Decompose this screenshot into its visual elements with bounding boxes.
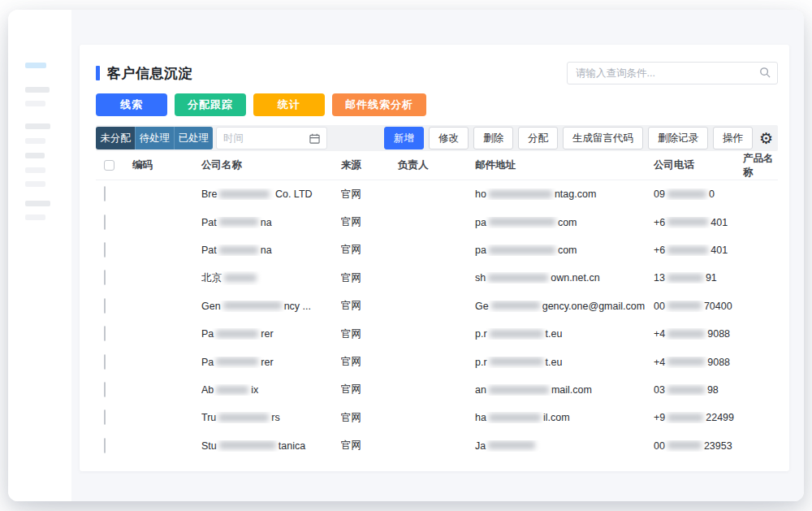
sidebar-skeleton-bar	[25, 101, 45, 106]
column-header-公司电话: 公司电话	[654, 158, 743, 172]
column-header-产品名称: 产品名称	[743, 152, 778, 180]
redacted-text	[216, 357, 258, 366]
redacted-text	[488, 441, 535, 449]
table-row[interactable]: Parer官网p.rt.eu+49088	[96, 320, 778, 348]
redacted-text	[667, 441, 702, 449]
tab-已处理[interactable]: 已处理	[174, 127, 213, 149]
row-checkbox[interactable]	[104, 438, 106, 453]
email-cell: anmail.com	[475, 384, 654, 396]
company-name-cell: Abix	[201, 384, 341, 396]
company-name-cell: 北京	[201, 271, 341, 285]
checkbox-cell	[104, 383, 132, 397]
toolbar-button-操作[interactable]: 操作	[713, 127, 753, 149]
redacted-text	[667, 218, 708, 226]
row-checkbox[interactable]	[104, 186, 106, 201]
sidebar-skeleton-bar	[25, 123, 50, 129]
select-all-checkbox[interactable]	[104, 160, 114, 171]
phone-cell: +6401	[654, 245, 743, 256]
table-row[interactable]: Patna官网pacom+6401	[96, 208, 778, 236]
redacted-text	[489, 414, 541, 422]
sidebar-skeleton-bar	[25, 153, 45, 158]
title-accent-bar	[96, 66, 100, 80]
redacted-text	[223, 301, 282, 310]
toolbar-button-修改[interactable]: 修改	[429, 127, 469, 149]
toolbar-button-删除[interactable]: 删除	[473, 127, 513, 149]
redacted-text	[488, 274, 548, 282]
checkbox-cell	[104, 187, 132, 201]
row-checkbox[interactable]	[104, 270, 106, 285]
row-checkbox[interactable]	[104, 409, 106, 425]
table-row[interactable]: Parer官网p.rt.eu+49088	[96, 348, 778, 375]
row-checkbox[interactable]	[104, 242, 106, 258]
redacted-text	[667, 190, 706, 198]
email-cell: pacom	[475, 217, 654, 228]
date-filter-input[interactable]: 时间	[216, 127, 327, 149]
table-row[interactable]: 北京官网shown.net.cn1391	[96, 264, 778, 292]
company-name-cell: Stutanica	[201, 440, 341, 452]
checkbox-cell	[104, 215, 132, 230]
table-row[interactable]: Trurs官网hail.com+922499	[96, 404, 778, 431]
column-header-负责人: 负责人	[398, 158, 475, 172]
toolbar-button-分配[interactable]: 分配	[518, 127, 558, 149]
phone-cell: 090	[654, 188, 743, 200]
redacted-text	[667, 330, 705, 338]
email-cell: p.rt.eu	[475, 357, 654, 368]
source-cell: 官网	[341, 299, 398, 313]
page-title-wrap: 客户信息沉淀	[96, 64, 192, 83]
table-row[interactable]: Abix官网anmail.com0398	[96, 376, 778, 404]
redacted-text	[489, 190, 552, 198]
redacted-text	[216, 330, 258, 338]
email-cell: Gegency.one@gmail.com	[475, 301, 654, 312]
source-cell: 官网	[341, 188, 398, 201]
source-cell: 官网	[341, 411, 398, 425]
tab-待处理[interactable]: 待处理	[135, 127, 174, 149]
email-cell: hail.com	[475, 412, 654, 423]
tab-未分配[interactable]: 未分配	[96, 127, 135, 149]
email-cell: hontag.com	[475, 188, 654, 200]
table-body: Bre Co. LTD官网hontag.com090Patna官网pacom+6…	[96, 180, 778, 460]
status-tabs: 未分配待处理已处理	[96, 127, 213, 149]
table-row[interactable]: Genncy ...官网Gegency.one@gmail.com0070400	[96, 292, 778, 320]
nav-button-分配跟踪[interactable]: 分配跟踪	[175, 93, 246, 116]
nav-button-线索[interactable]: 线索	[96, 93, 167, 116]
table-row[interactable]: Bre Co. LTD官网hontag.com090	[96, 180, 778, 208]
phone-cell: +49088	[654, 328, 743, 340]
checkbox-cell	[104, 355, 132, 370]
company-name-cell: Parer	[201, 357, 341, 368]
sidebar-skeleton-bar	[25, 201, 50, 206]
redacted-text	[219, 190, 270, 198]
search-input[interactable]	[567, 62, 778, 84]
table-row[interactable]: Stutanica官网Ja0023953	[96, 432, 778, 460]
source-cell: 官网	[341, 439, 398, 453]
row-checkbox[interactable]	[104, 326, 106, 341]
source-cell: 官网	[341, 355, 398, 369]
sidebar-skeleton-bar	[25, 63, 46, 68]
sidebar-skeleton	[25, 63, 66, 220]
redacted-text	[667, 357, 705, 366]
nav-button-统计[interactable]: 统计	[253, 93, 325, 116]
redacted-text	[667, 386, 705, 394]
phone-cell: 1391	[654, 272, 743, 284]
source-cell: 官网	[341, 327, 398, 341]
row-checkbox[interactable]	[104, 214, 106, 230]
phone-cell: 0023953	[654, 440, 743, 452]
row-checkbox[interactable]	[104, 382, 106, 397]
toolbar-button-新增[interactable]: 新增	[384, 127, 424, 149]
table-row[interactable]: Patna官网pacom+6401	[96, 236, 778, 264]
redacted-text	[224, 274, 257, 282]
phone-cell: 0070400	[654, 301, 743, 312]
toolbar-button-生成留言代码[interactable]: 生成留言代码	[563, 127, 643, 149]
toolbar-button-删除记录[interactable]: 删除记录	[648, 127, 708, 149]
redacted-text	[216, 386, 248, 394]
phone-cell: +6401	[654, 217, 743, 228]
source-cell: 官网	[341, 271, 398, 285]
nav-button-邮件线索分析[interactable]: 邮件线索分析	[332, 93, 426, 116]
company-name-cell: Genncy ...	[201, 301, 341, 312]
redacted-text	[667, 246, 708, 254]
row-checkbox[interactable]	[104, 354, 106, 370]
redacted-text	[219, 218, 258, 226]
settings-gear-icon[interactable]: ⚙	[759, 131, 773, 146]
email-cell: Ja	[475, 440, 654, 452]
search-icon[interactable]	[759, 67, 771, 79]
row-checkbox[interactable]	[104, 298, 106, 314]
